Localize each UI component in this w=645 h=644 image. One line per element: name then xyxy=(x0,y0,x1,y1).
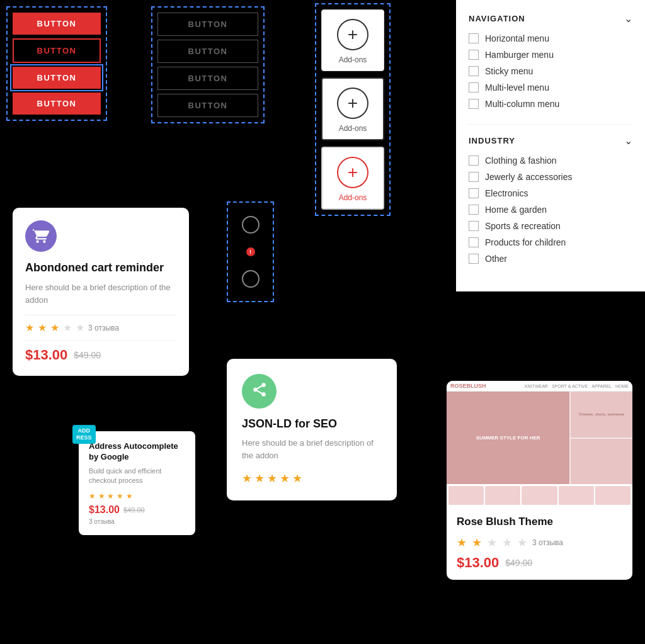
theme-hero-main: SUMMER STYLE FOR HER xyxy=(447,392,569,484)
theme-card: ROSEBLUSH KNITWEAR SPORT & ACTIVE APPARE… xyxy=(447,381,632,580)
cart-star-3: ★ xyxy=(50,322,59,334)
nav-checkbox-other[interactable] xyxy=(469,254,479,264)
nav-item-hamburger-menu[interactable]: Hamburger menu xyxy=(469,50,632,60)
address-badge: ADD RESS xyxy=(72,425,96,444)
nav-item-jewelry[interactable]: Jewerly & accessories xyxy=(469,172,632,182)
red-button-1[interactable]: BUTTON xyxy=(13,13,101,35)
industry-items: Clothing & fashion Jewerly & accessories… xyxy=(469,155,632,264)
theme-nav-items: KNITWEAR SPORT & ACTIVE APPAREL HOME xyxy=(525,384,629,388)
jsonld-star-4: ★ xyxy=(280,472,290,485)
industry-section-title: INDUSTRY xyxy=(469,136,515,145)
theme-nav-4: HOME xyxy=(615,384,629,388)
nav-checkbox-jewelry[interactable] xyxy=(469,172,479,182)
dark-buttons-group: BUTTON BUTTON BUTTON BUTTON xyxy=(151,6,265,123)
addon-card-red[interactable]: + Add-ons xyxy=(321,147,384,210)
address-reviews: 3 отзыва xyxy=(89,518,185,525)
cart-star-4: ★ xyxy=(63,322,72,334)
nav-label-sports: Sports & recreation xyxy=(485,221,561,231)
theme-star-2: ★ xyxy=(472,536,482,550)
share-icon xyxy=(251,381,268,402)
theme-stars-row: ★ ★ ★ ★ ★ 3 отзыва xyxy=(457,536,622,550)
jsonld-desc: Here should be a brief description of th… xyxy=(242,437,382,461)
nav-item-sports[interactable]: Sports & recreation xyxy=(469,221,632,231)
nav-item-horizontal-menu[interactable]: Horizontal menu xyxy=(469,33,632,43)
theme-logo: ROSEBLUSH xyxy=(450,383,486,389)
nav-label-clothing: Clothing & fashion xyxy=(485,155,557,166)
nav-checkbox-electronics[interactable] xyxy=(469,188,479,198)
theme-info: Rose Blush Theme ★ ★ ★ ★ ★ 3 отзыва $13.… xyxy=(447,507,632,580)
address-badge-line1: ADD xyxy=(78,427,91,434)
nav-checkbox-clothing[interactable] xyxy=(469,155,479,166)
jsonld-stars: ★ ★ ★ ★ ★ xyxy=(242,472,382,485)
industry-chevron-icon: ⌄ xyxy=(624,135,632,147)
dark-button-4[interactable]: BUTTON xyxy=(157,94,258,117)
cart-price-current: $13.00 xyxy=(25,347,67,363)
addon-label-normal: Add-ons xyxy=(339,55,367,64)
nav-checkbox-sports[interactable] xyxy=(469,221,479,231)
theme-product-4 xyxy=(559,486,594,505)
svg-point-1 xyxy=(253,387,258,392)
theme-product-2 xyxy=(485,486,520,505)
theme-mock-hero: SUMMER STYLE FOR HER Dresses, shorts, sw… xyxy=(447,392,632,484)
nav-label-multilevel-menu: Multi-level menu xyxy=(485,82,549,93)
nav-item-multilevel-menu[interactable]: Multi-level menu xyxy=(469,82,632,93)
nav-item-sticky-menu[interactable]: Sticky menu xyxy=(469,66,632,76)
nav-item-electronics[interactable]: Electronics xyxy=(469,188,632,198)
theme-reviews: 3 отзыва xyxy=(532,538,563,547)
addon-card-selected[interactable]: + Add-ons xyxy=(321,77,384,140)
svg-point-0 xyxy=(261,383,266,387)
theme-hero-text: SUMMER STYLE FOR HER xyxy=(476,435,540,441)
cart-price-old: $49.00 xyxy=(74,350,101,360)
addons-group: + Add-ons + Add-ons + Add-ons xyxy=(315,3,391,216)
theme-star-4: ★ xyxy=(502,536,512,550)
nav-checkbox-sticky-menu[interactable] xyxy=(469,66,479,76)
dark-button-1[interactable]: BUTTON xyxy=(157,13,258,36)
nav-checkbox-home-garden[interactable] xyxy=(469,205,479,215)
address-card: ADD RESS Address Autocomplete by Google … xyxy=(79,431,195,535)
nav-label-home-garden: Home & garden xyxy=(485,205,547,215)
nav-item-multicolumn-menu[interactable]: Multi-column menu xyxy=(469,99,632,109)
red-button-3[interactable]: BUTTON xyxy=(13,67,101,89)
cart-price-row: $13.00 $49.00 xyxy=(25,347,176,363)
addon-label-selected: Add-ons xyxy=(339,124,367,133)
nav-item-other[interactable]: Other xyxy=(469,254,632,264)
addon-label-red: Add-ons xyxy=(339,193,367,202)
person-head-icon xyxy=(242,216,260,234)
nav-checkbox-horizontal-menu[interactable] xyxy=(469,33,479,43)
cart-card-divider-1 xyxy=(25,315,176,315)
address-badge-line2: RESS xyxy=(76,434,92,441)
addon-plus-icon-normal: + xyxy=(337,19,368,50)
nav-item-children[interactable]: Products for children xyxy=(469,237,632,247)
navigation-section-header[interactable]: NAVIGATION ⌄ xyxy=(469,13,632,25)
cart-reviews: 3 отзыва xyxy=(88,324,119,332)
industry-section-header[interactable]: INDUSTRY ⌄ xyxy=(469,135,632,147)
navigation-chevron-icon: ⌄ xyxy=(624,13,632,25)
nav-checkbox-children[interactable] xyxy=(469,237,479,247)
nav-checkbox-multicolumn-menu[interactable] xyxy=(469,99,479,109)
red-button-2[interactable]: BUTTON xyxy=(13,38,101,63)
theme-hero-side: Dresses, shorts, swimwear xyxy=(571,392,632,484)
svg-line-4 xyxy=(257,386,261,388)
red-button-4[interactable]: BUTTON xyxy=(13,93,101,115)
cart-star-2: ★ xyxy=(38,322,47,334)
jsonld-title: JSON-LD for SEO xyxy=(242,417,382,431)
cart-star-5: ★ xyxy=(76,322,84,334)
theme-mock-header: ROSEBLUSH KNITWEAR SPORT & ACTIVE APPARE… xyxy=(447,381,632,392)
cart-stars-row: ★ ★ ★ ★ ★ 3 отзыва xyxy=(25,322,176,334)
jsonld-star-5: ★ xyxy=(292,472,302,485)
nav-checkbox-multilevel-menu[interactable] xyxy=(469,82,479,93)
nav-checkbox-hamburger-menu[interactable] xyxy=(469,50,479,60)
theme-price-old: $49.00 xyxy=(505,558,532,568)
theme-products xyxy=(447,484,632,507)
nav-item-home-garden[interactable]: Home & garden xyxy=(469,205,632,215)
nav-label-horizontal-menu: Horizontal menu xyxy=(485,33,549,43)
red-buttons-group: BUTTON BUTTON BUTTON BUTTON xyxy=(6,6,107,121)
svg-line-3 xyxy=(257,390,261,393)
addon-card-normal[interactable]: + Add-ons xyxy=(321,9,384,71)
theme-product-1 xyxy=(448,486,484,505)
dark-button-3[interactable]: BUTTON xyxy=(157,67,258,90)
addr-star-3: ★ xyxy=(107,492,114,500)
dark-button-2[interactable]: BUTTON xyxy=(157,40,258,63)
nav-item-clothing[interactable]: Clothing & fashion xyxy=(469,155,632,166)
jsonld-star-1: ★ xyxy=(242,472,252,485)
